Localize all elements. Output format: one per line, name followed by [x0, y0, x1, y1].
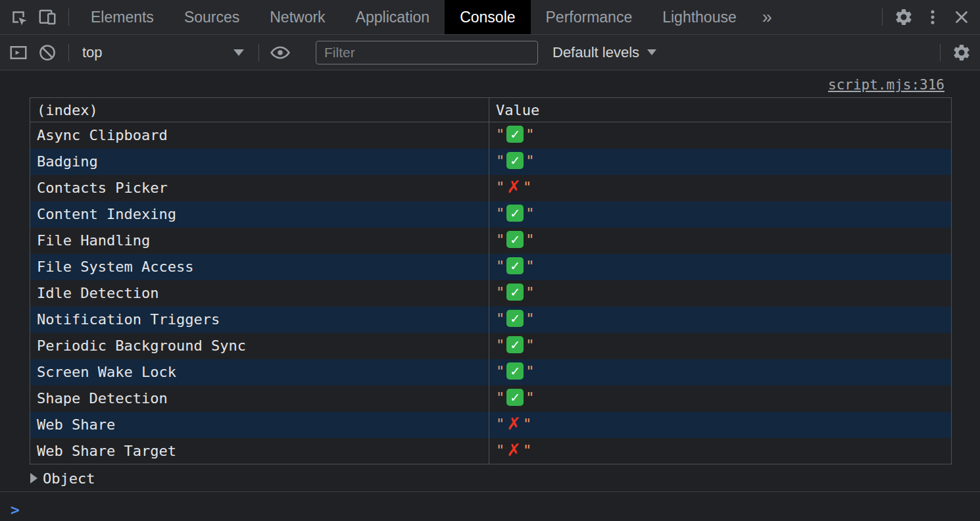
eye-icon[interactable]: [266, 38, 295, 67]
table-row: Async Clipboard "✓": [30, 122, 952, 149]
table-row: Shape Detection "✓": [30, 385, 952, 412]
cross-emoji-icon: ✗: [506, 178, 521, 195]
table-cell-index: Contacts Picker: [30, 175, 489, 201]
log-levels-label: Default levels: [552, 44, 639, 61]
vertical-divider: [68, 44, 69, 61]
table-cell-index: Badging: [30, 149, 489, 175]
table-cell-index: File System Access: [30, 254, 489, 280]
context-selector-label: top: [82, 44, 103, 61]
more-tabs-chevron-icon[interactable]: »: [752, 0, 783, 34]
table-cell-value: "✓": [489, 149, 952, 175]
vertical-divider: [258, 44, 259, 61]
devtools-tab-bar: Elements Sources Network Application Con…: [0, 0, 980, 35]
cross-emoji-icon: ✗: [506, 441, 521, 459]
chevron-down-icon: [647, 49, 656, 55]
table-row: Notification Triggers "✓": [30, 307, 952, 333]
table-cell-index: File Handling: [30, 228, 489, 254]
source-line: script.mjs:316: [0, 70, 980, 96]
table-row: File System Access "✓": [30, 254, 952, 280]
table-cell-index: Web Share Target: [30, 438, 489, 464]
table-cell-value: "✗": [489, 438, 952, 464]
context-selector[interactable]: top: [76, 44, 252, 61]
vertical-divider: [940, 44, 941, 61]
table-cell-value: "✓": [489, 254, 952, 280]
tab-performance[interactable]: Performance: [531, 0, 648, 34]
table-cell-value: "✗": [489, 175, 952, 201]
console-table: (index) Value Async Clipboard "✓" Badgin…: [30, 97, 952, 464]
table-cell-index: Async Clipboard: [30, 122, 489, 149]
console-prompt[interactable]: >: [0, 492, 980, 518]
object-preview[interactable]: Object: [0, 465, 980, 492]
tab-lighthouse[interactable]: Lighthouse: [647, 0, 752, 34]
source-link[interactable]: script.mjs:316: [828, 77, 944, 93]
table-cell-index: Periodic Background Sync: [30, 333, 489, 359]
table-row: Contacts Picker "✗": [30, 175, 952, 201]
console-table-message: script.mjs:316 (index) Value Async Clipb…: [0, 70, 980, 492]
close-icon[interactable]: [947, 3, 976, 32]
table-row: Web Share Target "✗": [30, 438, 952, 464]
table-row: Web Share "✗": [30, 412, 952, 438]
console-sidebar-icon[interactable]: [4, 38, 33, 67]
cross-emoji-icon: ✗: [506, 415, 521, 432]
check-emoji-icon: ✓: [506, 126, 524, 143]
check-emoji-icon: ✓: [506, 257, 524, 274]
table-cell-index: Content Indexing: [30, 201, 489, 228]
check-emoji-icon: ✓: [506, 284, 524, 301]
check-emoji-icon: ✓: [506, 205, 524, 222]
tab-network[interactable]: Network: [255, 0, 340, 34]
vertical-divider: [882, 9, 883, 26]
table-cell-value: "✓": [489, 359, 952, 385]
object-preview-label: Object: [43, 470, 95, 487]
table-cell-index: Idle Detection: [30, 280, 489, 307]
check-emoji-icon: ✓: [506, 389, 524, 406]
check-emoji-icon: ✓: [506, 362, 524, 380]
filter-input[interactable]: [316, 41, 538, 64]
table-cell-value: "✓": [489, 333, 952, 359]
check-emoji-icon: ✓: [506, 310, 524, 327]
table-row: Screen Wake Lock "✓": [30, 359, 952, 385]
table-row: Badging "✓": [30, 149, 952, 175]
kebab-menu-icon[interactable]: [918, 3, 947, 32]
log-levels-dropdown[interactable]: Default levels: [547, 44, 662, 61]
table-row: Content Indexing "✓": [30, 201, 952, 228]
check-emoji-icon: ✓: [506, 336, 524, 353]
tab-console[interactable]: Console: [445, 0, 530, 34]
tab-application[interactable]: Application: [341, 0, 445, 34]
chevron-down-icon: [233, 49, 244, 56]
prompt-chevron-icon: >: [11, 501, 20, 518]
table-cell-index: Shape Detection: [30, 385, 489, 412]
table-header-value[interactable]: Value: [489, 98, 952, 122]
tab-elements[interactable]: Elements: [76, 0, 169, 34]
console-toolbar: top Default levels: [0, 35, 980, 70]
table-header-index[interactable]: (index): [30, 98, 489, 122]
table-cell-value: "✓": [489, 228, 952, 254]
table-cell-index: Notification Triggers: [30, 307, 489, 333]
console-settings-gear-icon[interactable]: [947, 38, 976, 67]
devtools-window: Elements Sources Network Application Con…: [0, 0, 980, 518]
table-cell-value: "✓": [489, 280, 952, 307]
table-cell-value: "✗": [489, 412, 952, 438]
tab-sources[interactable]: Sources: [169, 0, 255, 34]
expand-triangle-icon[interactable]: [30, 473, 37, 484]
table-cell-index: Screen Wake Lock: [30, 359, 489, 385]
console-messages: script.mjs:316 (index) Value Async Clipb…: [0, 70, 980, 518]
settings-gear-icon[interactable]: [889, 3, 918, 32]
table-header-row: (index) Value: [30, 98, 952, 122]
inspect-icon[interactable]: [4, 3, 33, 32]
table-cell-value: "✓": [489, 385, 952, 412]
table-cell-value: "✓": [489, 122, 952, 149]
table-row: Periodic Background Sync "✓": [30, 333, 952, 359]
table-row: File Handling "✓": [30, 228, 952, 254]
table-cell-value: "✓": [489, 307, 952, 333]
clear-console-icon[interactable]: [33, 38, 62, 67]
panel-tabs: Elements Sources Network Application Con…: [76, 0, 783, 34]
table-row: Idle Detection "✓": [30, 280, 952, 307]
table-cell-value: "✓": [489, 201, 952, 228]
tabbar-spacer: [783, 0, 875, 34]
check-emoji-icon: ✓: [506, 152, 524, 169]
device-toolbar-icon[interactable]: [33, 3, 62, 32]
table-cell-index: Web Share: [30, 412, 489, 438]
vertical-divider: [68, 9, 69, 26]
check-emoji-icon: ✓: [506, 231, 524, 248]
